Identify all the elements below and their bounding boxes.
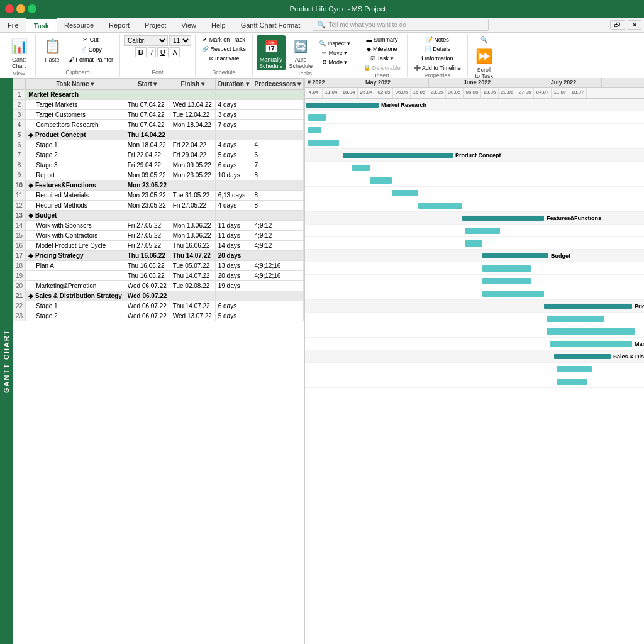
cell-duration: 13 days [215, 261, 252, 271]
table-row[interactable]: 21 ◆ Sales & Distribution Strategy Wed 0… [13, 291, 304, 301]
respect-links-button[interactable]: 🔗 Respect Links [199, 45, 248, 53]
tab-gantt-format[interactable]: Gantt Chart Format [233, 18, 308, 32]
inspect-button[interactable]: 🔍 Inspect ▾ [316, 39, 353, 48]
restore-button[interactable]: 🗗 [610, 20, 625, 30]
cell-id: 22 [13, 301, 26, 311]
tab-report[interactable]: Report [101, 18, 137, 32]
cut-button[interactable]: ✂ Cut [66, 35, 116, 44]
ribbon-group-font: Calibri 11 B I U A Font [120, 34, 196, 77]
gantt-bar [462, 216, 544, 221]
chart-row [305, 111, 644, 124]
table-row[interactable]: 12 Required Methods Mon 23.05.22 Fri 27.… [13, 201, 304, 211]
cell-id: 21 [13, 291, 26, 301]
tab-task[interactable]: Task [26, 18, 57, 32]
cell-name [26, 271, 125, 281]
tab-help[interactable]: Help [204, 18, 233, 32]
col-header-duration[interactable]: Duration ▾ [215, 79, 252, 90]
close-button[interactable] [5, 4, 14, 13]
cell-pred [252, 90, 303, 100]
table-row[interactable]: 15 Work with Contractors Fri 27.05.22 Mo… [13, 231, 304, 241]
scroll-to-task-icon: ⏩ [474, 47, 494, 67]
table-row[interactable]: 1 Market Research [13, 90, 304, 100]
table-row[interactable]: 9 Report Mon 09.05.22 Mon 23.05.22 10 da… [13, 170, 304, 180]
gantt-table: Task Name ▾ Start ▾ Finish ▾ Duration ▾ … [13, 78, 304, 321]
col-header-start[interactable]: Start ▾ [125, 79, 170, 90]
summary-button[interactable]: ▬ Summary [364, 35, 400, 44]
table-row[interactable]: 5 ◆ Product Concept Thu 14.04.22 [13, 130, 304, 140]
cell-finish: Mon 18.04.22 [170, 120, 215, 130]
chart-row [305, 275, 644, 287]
move-button[interactable]: ✏ Move ▾ [316, 48, 353, 57]
table-row[interactable]: 22 Stage 1 Wed 06.07.22 Thu 14.07.22 6 d… [13, 301, 304, 311]
maximize-button[interactable] [28, 4, 36, 13]
table-row[interactable]: 7 Stage 2 Fri 22.04.22 Fri 29.04.22 5 da… [13, 150, 304, 160]
table-row[interactable]: 8 Stage 3 Fri 29.04.22 Mon 09.05.22 6 da… [13, 160, 304, 170]
auto-schedule-button[interactable]: 🔄 AutoSchedule [287, 35, 316, 70]
close-window-button[interactable]: ✕ [628, 20, 641, 30]
table-row[interactable]: 17 ◆ Pricing Strategy Thu 16.06.22 Thu 1… [13, 251, 304, 261]
tab-file[interactable]: File [0, 18, 26, 32]
chart-row [305, 325, 644, 338]
mode-button[interactable]: ⚙ Mode ▾ [316, 58, 353, 67]
gantt-bar [544, 304, 632, 309]
cell-start: Thu 07.04.22 [125, 120, 170, 130]
copy-button[interactable]: 📄 Copy [66, 45, 116, 54]
inactivate-button[interactable]: ⊗ Inactivate [206, 54, 242, 63]
table-row[interactable]: 23 Stage 2 Wed 06.07.22 Wed 13.07.22 5 d… [13, 311, 304, 321]
col-header-pred[interactable]: Predecessors ▾ [252, 79, 303, 90]
tab-view[interactable]: View [174, 18, 204, 32]
table-row[interactable]: 2 Target Markets Thu 07.04.22 Wed 13.04.… [13, 100, 304, 110]
table-row[interactable]: 18 Plan A Thu 16.06.22 Tue 05.07.22 13 d… [13, 261, 304, 271]
col-header-finish[interactable]: Finish ▾ [170, 79, 215, 90]
find-button[interactable]: 🔍 [473, 35, 496, 44]
gantt-bar [554, 354, 611, 359]
cell-pred: 8 [252, 191, 303, 201]
cell-finish [170, 211, 215, 221]
task-insert-button[interactable]: ☑ Task ▾ [368, 54, 396, 63]
font-color-button[interactable]: A [170, 47, 180, 57]
table-row[interactable]: 16 Model Product Life Cycle Fri 27.05.22… [13, 241, 304, 251]
details-button[interactable]: 📄 Details [422, 45, 453, 53]
underline-button[interactable]: U [157, 47, 169, 57]
information-button[interactable]: ℹ Information [419, 54, 456, 63]
cell-finish: Tue 05.07.22 [170, 261, 215, 271]
table-row[interactable]: 20 Marketing&Promotion Wed 06.07.22 Tue … [13, 281, 304, 291]
font-size-select[interactable]: 11 [169, 35, 191, 46]
format-painter-button[interactable]: 🖌 Format Painter [66, 55, 116, 64]
notes-button[interactable]: 📝 Notes [423, 35, 452, 44]
table-row[interactable]: 3 Target Customers Thu 07.04.22 Tue 12.0… [13, 110, 304, 120]
gantt-chart-button[interactable]: 📊 GanttChart [6, 35, 31, 70]
col-header-name[interactable]: Task Name ▾ [26, 79, 125, 90]
scroll-to-task-button[interactable]: ⏩ Scrollto Task [472, 45, 497, 80]
milestone-button[interactable]: ◆ Milestone [364, 45, 399, 53]
mark-on-track-button[interactable]: ✔ Mark on Track [200, 35, 248, 44]
gantt-bar [547, 328, 635, 335]
table-row[interactable]: 6 Stage 1 Mon 18.04.22 Fri 22.04.22 4 da… [13, 140, 304, 150]
table-row[interactable]: 4 Competitors Research Thu 07.04.22 Mon … [13, 120, 304, 130]
cell-name: Stage 2 [26, 150, 125, 160]
add-to-timeline-button[interactable]: ➕ Add to Timeline [411, 64, 464, 72]
table-row[interactable]: 19 Thu 16.06.22 Thu 14.07.22 20 days 4;9… [13, 271, 304, 281]
date-0606: 06.06 [464, 88, 481, 98]
auto-schedule-icon: 🔄 [291, 36, 311, 57]
minimize-button[interactable] [16, 4, 25, 13]
cell-start: Thu 16.06.22 [125, 251, 170, 261]
cell-name: Competitors Research [26, 120, 125, 130]
cell-duration: 20 days [215, 251, 252, 261]
tab-resource[interactable]: Resource [57, 18, 101, 32]
table-row[interactable]: 10 ◆ Features&Functions Mon 23.05.22 [13, 180, 304, 191]
italic-button[interactable]: I [148, 47, 156, 57]
table-row[interactable]: 11 Required Materials Mon 23.05.22 Tue 3… [13, 191, 304, 201]
cell-name: Marketing&Promotion [26, 281, 125, 291]
bold-button[interactable]: B [135, 47, 147, 57]
font-family-select[interactable]: Calibri [124, 35, 168, 46]
tab-project[interactable]: Project [137, 18, 174, 32]
paste-button[interactable]: 📋 Paste [40, 35, 65, 64]
search-bar[interactable]: 🔍 Tell me what you want to do [313, 19, 489, 31]
table-row[interactable]: 13 ◆ Budget [13, 211, 304, 221]
manually-schedule-button[interactable]: 📅 ManuallySchedule [257, 35, 286, 70]
table-row[interactable]: 14 Work with Sponsors Fri 27.05.22 Mon 1… [13, 221, 304, 231]
cell-pred [252, 110, 303, 120]
gantt-chart-label: GANTT CHART [0, 78, 13, 644]
deliverable-button[interactable]: 🔓 Deliverable [361, 64, 403, 72]
